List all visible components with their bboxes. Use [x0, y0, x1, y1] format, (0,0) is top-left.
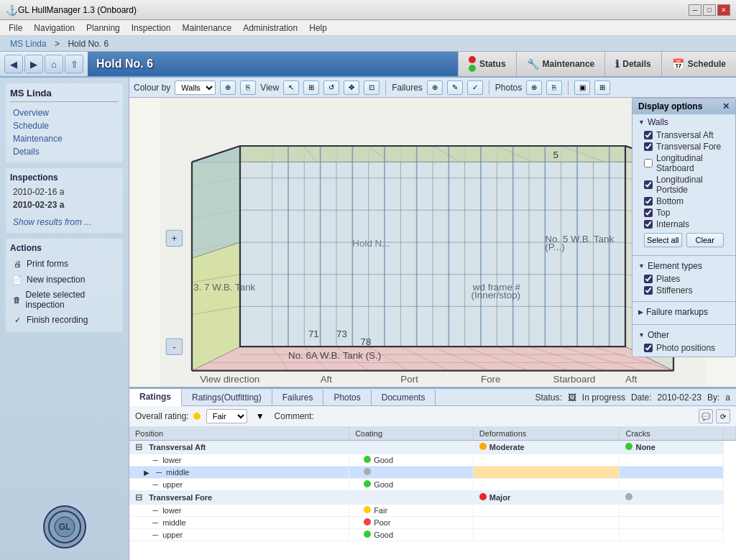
failures-btn-2[interactable]: ✎ — [447, 81, 463, 95]
display-options-panel: Display options ✕ ▼ Walls Transversal Af… — [632, 98, 736, 357]
comment-icon[interactable]: 💬 — [699, 409, 713, 423]
breadcrumb-ship[interactable]: MS Linda — [10, 39, 47, 49]
failures-btn-1[interactable]: ⊕ — [427, 81, 443, 95]
tab-details[interactable]: ℹ Details — [604, 52, 661, 76]
menu-inspection[interactable]: Inspection — [126, 22, 177, 35]
nav-home-button[interactable]: ⌂ — [45, 55, 63, 73]
view-pointer-button[interactable]: ↖ — [283, 81, 299, 95]
clear-button[interactable]: Clear — [686, 233, 724, 247]
sidebar-details[interactable]: Details — [10, 145, 119, 158]
cell-coating: Poor — [349, 517, 474, 529]
btab-ratings[interactable]: Ratings — [129, 389, 182, 406]
walls-section-title[interactable]: ▼ Walls — [638, 117, 730, 127]
refresh-icon[interactable]: ⟳ — [716, 409, 730, 423]
view-fit-button[interactable]: ⊡ — [364, 81, 380, 95]
dopt-stiffeners-label: Stiffeners — [656, 285, 692, 295]
tab-status[interactable]: Status — [458, 52, 516, 76]
view-rotate-button[interactable]: ↺ — [323, 81, 339, 95]
failures-btn-3[interactable]: ✓ — [467, 81, 483, 95]
table-row[interactable]: ▶ ─ middle — [129, 467, 736, 479]
display-options-close-button[interactable]: ✕ — [722, 101, 730, 111]
bottom-panel: Ratings Ratings(Outfitting) Failures Pho… — [129, 387, 736, 560]
table-row[interactable]: ─ upper Good — [129, 529, 736, 541]
expand-icon[interactable]: ⊟ — [135, 492, 142, 502]
menu-help[interactable]: Help — [303, 22, 333, 35]
photos-btn-1[interactable]: ⊕ — [526, 81, 542, 95]
element-types-title[interactable]: ▼ Element types — [638, 261, 730, 271]
select-all-button[interactable]: Select all — [644, 233, 682, 247]
table-row[interactable]: ─ upper Good — [129, 479, 736, 491]
layout-btn-2[interactable]: ⊞ — [594, 81, 610, 95]
menu-planning[interactable]: Planning — [80, 22, 126, 35]
dopt-longitudinal-portside-checkbox[interactable] — [644, 180, 653, 189]
coating-dot — [364, 456, 371, 463]
sidebar-schedule[interactable]: Schedule — [10, 119, 119, 132]
table-row[interactable]: ⊟ Transversal Aft Moderate None — [129, 441, 736, 454]
dopt-transversal-fore: Transversal Fore — [638, 141, 730, 152]
photos-label: Photos — [495, 83, 522, 93]
sidebar-maintenance[interactable]: Maintenance — [10, 132, 119, 145]
view-3d[interactable]: Hold N... 3. 7 W.B. Tank No. 5 W.B. Tank… — [129, 98, 736, 387]
nav-up-button[interactable]: ⇧ — [65, 55, 83, 73]
dopt-longitudinal-starboard-checkbox[interactable] — [644, 159, 653, 167]
schedule-icon: 📅 — [672, 58, 684, 70]
action-finish-recording[interactable]: ✓ Finish recording — [10, 312, 119, 328]
dopt-transversal-fore-checkbox[interactable] — [644, 142, 653, 151]
table-row[interactable]: ─ lower Fair — [129, 505, 736, 517]
dopt-bottom-checkbox[interactable] — [644, 197, 653, 206]
dopt-internals-checkbox[interactable] — [644, 220, 653, 229]
dopt-stiffeners-checkbox[interactable] — [644, 286, 653, 295]
breadcrumb: MS Linda > Hold No. 6 — [0, 36, 736, 52]
view-zoom-button[interactable]: ⊞ — [303, 81, 319, 95]
dopt-photo-positions-checkbox[interactable] — [644, 344, 653, 352]
menu-file[interactable]: File — [3, 22, 28, 35]
date-label: Date: — [631, 393, 652, 403]
menu-navigation[interactable]: Navigation — [28, 22, 80, 35]
top-tabs: Status 🔧 Maintenance ℹ Details 📅 Schedul… — [458, 52, 736, 76]
table-row[interactable]: ⊟ Transversal Fore Major — [129, 491, 736, 505]
table-header-row: Position Coating Deformations Cracks — [129, 427, 736, 441]
display-options-title: Display options — [638, 101, 702, 111]
failure-markups-title[interactable]: ▶ Failure markups — [638, 307, 730, 317]
dopt-top-checkbox[interactable] — [644, 208, 653, 217]
menu-maintenance[interactable]: Maintenance — [176, 22, 237, 35]
cell-position: ▶ ─ middle — [129, 467, 349, 479]
dopt-plates-checkbox[interactable] — [644, 275, 653, 283]
pointer-tool-button[interactable]: ⊕ — [220, 81, 236, 95]
walls-label: Walls — [648, 117, 668, 127]
inspection-item-2[interactable]: 2010-02-23 a — [10, 198, 119, 211]
colour-by-select[interactable]: Walls — [175, 81, 216, 95]
btab-photos[interactable]: Photos — [323, 390, 371, 405]
inspection-item-1[interactable]: 2010-02-16 a — [10, 185, 119, 198]
overall-rating-select[interactable]: Fair Good Poor — [206, 409, 247, 423]
copy-tool-button[interactable]: ⎘ — [240, 81, 256, 95]
action-delete-inspection[interactable]: 🗑 Delete selected inspection — [10, 288, 119, 312]
action-print-forms[interactable]: 🖨 Print forms — [10, 256, 119, 272]
btab-documents[interactable]: Documents — [372, 390, 436, 405]
minimize-button[interactable]: ─ — [689, 4, 702, 16]
view-label: View — [260, 83, 279, 93]
action-new-inspection[interactable]: 📄 New inspection — [10, 272, 119, 288]
photos-btn-2[interactable]: ⎘ — [546, 81, 562, 95]
other-title[interactable]: ▼ Other — [638, 330, 730, 340]
table-row[interactable]: ─ lower Good — [129, 454, 736, 467]
dopt-transversal-aft-checkbox[interactable] — [644, 131, 653, 139]
cell-position: ─ lower — [129, 505, 349, 517]
tab-maintenance[interactable]: 🔧 Maintenance — [516, 52, 605, 76]
nav-back-button[interactable]: ◀ — [4, 55, 23, 73]
btab-failures[interactable]: Failures — [272, 390, 324, 405]
sidebar-overview[interactable]: Overview — [10, 106, 119, 119]
cell-deformations — [473, 529, 620, 541]
cell-position: ⊟ Transversal Fore — [129, 491, 349, 505]
table-row[interactable]: ─ middle Poor — [129, 517, 736, 529]
view-pan-button[interactable]: ✥ — [344, 81, 359, 95]
show-results-link[interactable]: Show results from ... — [10, 216, 119, 229]
restore-button[interactable]: □ — [703, 4, 716, 16]
expand-icon[interactable]: ⊟ — [135, 442, 142, 452]
btab-ratings-outfitting[interactable]: Ratings(Outfitting) — [182, 390, 272, 405]
layout-btn-1[interactable]: ▣ — [574, 81, 590, 95]
close-button[interactable]: ✕ — [717, 4, 730, 16]
menu-administration[interactable]: Administration — [237, 22, 303, 35]
tab-schedule[interactable]: 📅 Schedule — [661, 52, 736, 76]
nav-forward-button[interactable]: ▶ — [24, 55, 43, 73]
